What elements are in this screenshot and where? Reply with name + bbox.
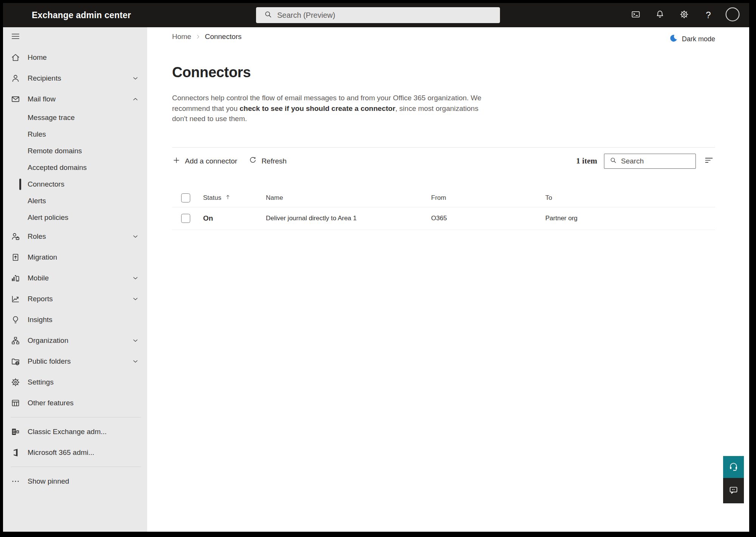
search-icon: [609, 156, 617, 166]
chevron-down-icon: [132, 358, 139, 365]
sidebar-item-label: Settings: [28, 378, 54, 386]
item-count: 1 item: [576, 156, 597, 166]
sidebar-item-connectors[interactable]: Connectors: [3, 176, 147, 193]
sidebar-item-other-features[interactable]: Other features: [3, 392, 147, 413]
sidebar-item-label: Insights: [28, 316, 52, 324]
add-connector-button[interactable]: Add a connector: [172, 156, 237, 167]
sidebar-item-label: Recipients: [28, 74, 61, 82]
sidebar-item-message-trace[interactable]: Message trace: [3, 109, 147, 126]
collapse-nav-button[interactable]: [3, 27, 147, 47]
column-header-name[interactable]: Name: [266, 194, 431, 202]
sidebar-item-remote-domains[interactable]: Remote domains: [3, 143, 147, 159]
global-search-box[interactable]: [256, 7, 500, 23]
sidebar-item-settings[interactable]: Settings: [3, 372, 147, 392]
roles-icon: [11, 232, 20, 241]
search-icon: [264, 10, 273, 20]
sidebar-item-label: Reports: [28, 295, 53, 303]
chevron-down-icon: [132, 296, 139, 302]
other-features-icon: [11, 398, 20, 408]
sidebar-item-label: Connectors: [28, 180, 64, 188]
refresh-icon: [248, 156, 257, 167]
floating-buttons: [723, 456, 744, 503]
sidebar-item-alert-policies[interactable]: Alert policies: [3, 209, 147, 226]
sidebar-divider: [11, 417, 141, 417]
sidebar-item-label: Microsoft 365 admi...: [28, 448, 94, 457]
connector-from: O365: [431, 215, 545, 222]
app-title: Exchange admin center: [32, 10, 131, 20]
notifications-icon: [655, 9, 665, 21]
sidebar-item-microsoft-365-admi[interactable]: Microsoft 365 admi...: [3, 442, 147, 463]
app-launcher-button[interactable]: [8, 3, 26, 27]
insights-icon: [11, 315, 20, 325]
sidebar-item-reports[interactable]: Reports: [3, 288, 147, 309]
column-header-to[interactable]: To: [545, 194, 715, 202]
sidebar-item-public-folders[interactable]: Public folders: [3, 351, 147, 372]
row-checkbox[interactable]: [181, 214, 190, 223]
chevron-down-icon: [132, 275, 139, 282]
sidebar-item-recipients[interactable]: Recipients: [3, 68, 147, 89]
sidebar-item-roles[interactable]: Roles: [3, 226, 147, 247]
table-header: Status Name From To: [172, 189, 715, 207]
headset-button[interactable]: [723, 456, 744, 478]
sidebar-item-mail-flow[interactable]: Mail flow: [3, 89, 147, 109]
m365-icon: [11, 448, 20, 458]
chevron-right-icon: [195, 34, 201, 40]
sidebar-item-label: Home: [28, 53, 47, 62]
filter-icon: [704, 155, 714, 167]
sidebar-item-label: Alerts: [28, 197, 46, 205]
sidebar-item-rules[interactable]: Rules: [3, 126, 147, 143]
person-icon: [11, 73, 20, 83]
column-header-status[interactable]: Status: [203, 194, 266, 202]
breadcrumb-home-link[interactable]: Home: [172, 33, 191, 41]
sidebar-item-classic-exchange-adm[interactable]: Classic Exchange adm...: [3, 421, 147, 442]
sidebar-divider: [11, 467, 141, 467]
sidebar-item-insights[interactable]: Insights: [3, 309, 147, 330]
cloud-shell-button[interactable]: [624, 3, 648, 27]
sidebar-item-label: Remote domains: [28, 147, 82, 155]
sidebar-item-label: Migration: [28, 253, 57, 261]
notifications-button[interactable]: [648, 3, 672, 27]
help-icon: ?: [706, 10, 711, 20]
settings-button[interactable]: [672, 3, 696, 27]
organization-icon: [11, 336, 20, 346]
sidebar-item-label: Accepted domains: [28, 163, 87, 172]
sidebar-item-mobile[interactable]: Mobile: [3, 268, 147, 288]
column-header-from[interactable]: From: [431, 194, 545, 202]
chat-button[interactable]: [723, 478, 744, 503]
settings-icon: [679, 9, 689, 21]
sidebar-item-show-pinned[interactable]: Show pinned: [3, 471, 147, 492]
help-button[interactable]: ?: [696, 3, 720, 27]
list-search-box[interactable]: [604, 154, 696, 169]
global-search-input[interactable]: [277, 7, 500, 23]
classic-exchange-icon: [11, 427, 20, 437]
list-search-input[interactable]: [621, 157, 695, 165]
list-toolbar: Add a connector Refresh 1 item: [172, 148, 715, 175]
connector-to: Partner org: [545, 215, 715, 222]
reports-icon: [11, 294, 20, 304]
hamburger-icon: [11, 31, 20, 43]
dark-mode-toggle[interactable]: Dark mode: [669, 34, 715, 44]
sidebar-item-label: Message trace: [28, 114, 75, 122]
headset-icon: [728, 461, 739, 473]
sidebar-item-label: Organization: [28, 336, 68, 345]
breadcrumb: Home Connectors: [172, 33, 242, 41]
main-content: Home Connectors Dark mode Connectors Con…: [147, 27, 749, 532]
home-icon: [11, 53, 20, 62]
sidebar-item-label: Rules: [28, 130, 46, 139]
sidebar-item-home[interactable]: Home: [3, 47, 147, 68]
page-title: Connectors: [172, 64, 715, 81]
page-description: Connectors help control the flow of emai…: [172, 93, 493, 124]
sidebar-item-migration[interactable]: Migration: [3, 247, 147, 268]
connector-name[interactable]: Deliver journal directly to Area 1: [266, 215, 431, 222]
sidebar-item-accepted-domains[interactable]: Accepted domains: [3, 159, 147, 176]
table-row[interactable]: OnDeliver journal directly to Area 1O365…: [172, 207, 715, 230]
mobile-icon: [11, 273, 20, 283]
sidebar-item-label: Mail flow: [28, 95, 56, 103]
filter-button[interactable]: [702, 155, 715, 168]
refresh-button[interactable]: Refresh: [248, 156, 287, 167]
sidebar-item-organization[interactable]: Organization: [3, 330, 147, 351]
sidebar-item-label: Other features: [28, 399, 73, 407]
select-all-checkbox[interactable]: [181, 193, 190, 202]
account-avatar[interactable]: [720, 3, 745, 27]
sidebar-item-alerts[interactable]: Alerts: [3, 193, 147, 209]
